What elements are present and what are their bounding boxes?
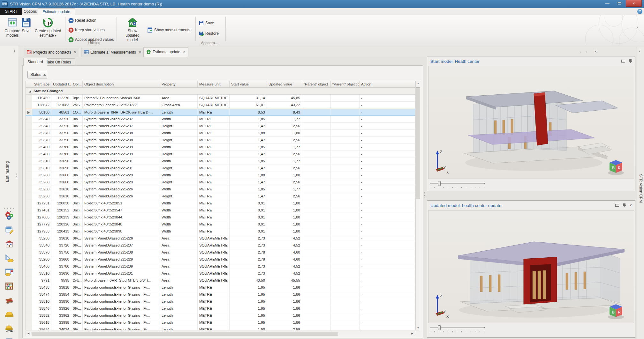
column-header-1[interactable]: Start label [32,81,51,88]
sidebar-item-documents[interactable] [5,338,14,339]
ribbon-collapse-button[interactable]: › [636,25,642,30]
orientation-cube-icon[interactable]: B R [607,303,625,320]
column-header-2[interactable]: Updated l... [51,81,71,88]
column-header-7[interactable]: Start value [230,81,267,88]
reset-action-button[interactable]: Reset action [68,17,96,24]
sidebar-group-estimating[interactable]: Estimating [5,161,10,182]
table-row[interactable]: 35280336600IV...System Panel:Glazed:2252… [26,179,415,186]
table-row[interactable]: 35340337200IV...System Panel:Glazed:2252… [26,116,415,123]
pin-icon[interactable] [623,203,626,207]
table-row[interactable]: 35618339980IV...Facciata continua:Exteri… [26,319,415,326]
maximize-button[interactable] [614,0,625,7]
restore-appearance-button[interactable]: Restore [199,30,219,37]
table-row[interactable]: 50180485611O...Muro di base:E_0HR_BRCK-o… [26,109,415,116]
scroll-up-icon[interactable]: ▲ [416,81,420,86]
table-row[interactable]: 1274311201523nci...Fixed:36" x 48":52354… [26,207,415,214]
vertical-scrollbar[interactable]: ▲ ▼ [415,81,420,330]
table-row[interactable]: 1276051202393nci...Fixed:36" x 48":52384… [26,214,415,221]
tab-close-icon[interactable]: × [183,50,186,54]
column-header-5[interactable]: Property [160,81,198,88]
slider-thumb[interactable] [438,181,441,186]
table-row[interactable]: 35370337500IV...System Panel:Glazed:2252… [26,249,415,256]
panel-expander-icon[interactable]: › [12,48,17,54]
table-row[interactable]: 35400337800IV...System Panel:Glazed:2252… [26,151,415,158]
pin-icon[interactable] [629,59,632,63]
table-row[interactable]: 35400337800IV...System Panel:Glazed:2252… [26,144,415,151]
panel-splitter-handle[interactable]: •••• [424,191,425,198]
table-row[interactable]: 35546339260IV...Facciata continua:Exteri… [26,305,415,312]
tab-strip-close-icon[interactable]: × [595,49,597,54]
scroll-right-icon[interactable]: ▶ [410,331,415,336]
sidebar-item-safety[interactable] [5,324,14,333]
maximize-panel-icon[interactable] [621,60,625,63]
group-expander-icon[interactable] [29,90,31,92]
close-panel-icon[interactable]: × [630,204,632,207]
column-header-6[interactable]: Measure unit [198,81,230,88]
table-row[interactable]: 35438338180IV...Facciata continua:Exteri… [26,284,415,291]
maximize-panel-icon[interactable] [615,204,619,207]
save-appearance-button[interactable]: Save [199,20,214,26]
sidebar-item-site[interactable] [5,310,14,319]
ribbon-tab-estimate-update[interactable]: Estimate update [38,8,75,15]
slider-thumb[interactable] [438,325,441,330]
keep-start-values-button[interactable]: M Keep start values [68,27,105,33]
start-model-zoom-slider[interactable] [430,180,494,190]
column-header-8[interactable]: Updated value [267,81,302,88]
sidebar-item-schedule[interactable] [5,268,14,276]
table-row[interactable]: 35230336100IV...System Panel:Glazed:2252… [26,193,415,200]
help-icon[interactable]: ? [637,9,642,14]
table-row[interactable]: 35510338900IV...Facciata continua:Exteri… [26,298,415,305]
minimize-button[interactable]: — [602,0,613,7]
table-row[interactable]: 1277791203263nci...Fixed:36" x 48":52384… [26,221,415,228]
tab-scroll-left-icon[interactable]: ‹ [580,49,581,54]
create-updated-estimate-button[interactable]: P Create updated estimate ▾ [33,16,63,41]
scroll-left-icon[interactable]: ◀ [26,331,31,336]
table-row[interactable]: 35310336900IV...System Panel:Glazed:2252… [26,158,415,165]
sidebar-item-projects[interactable] [5,240,14,248]
table-row[interactable]: 35654340340IV...Facciata continua:Exteri… [26,326,415,330]
updated-model-viewport[interactable]: Z Y X B R [428,210,634,323]
collapsed-panel-label[interactable]: STR Vision CPM [639,174,643,203]
group-by-status-button[interactable]: Status [27,71,47,78]
column-header-10[interactable]: "Parent" object d... [331,81,360,88]
table-row[interactable]: 35310336900IV...System Panel:Glazed:2252… [26,270,415,277]
subtab-standard[interactable]: Standard [23,58,47,66]
table-row[interactable]: 979195952vU...Muro di base:I_0HR_Stud-MT… [26,277,415,284]
scroll-down-icon[interactable]: ▼ [416,326,420,330]
updated-model-zoom-slider[interactable] [430,324,494,334]
sidebar-item-price-lists[interactable] [5,296,14,305]
table-row[interactable]: 35340337200IV...System Panel:Glazed:2252… [26,123,415,130]
tab-scroll-right-icon[interactable]: › [586,49,587,54]
column-header-9[interactable]: "Parent" object [302,81,331,88]
tab-close-icon[interactable]: × [74,50,76,55]
start-model-viewport[interactable]: Z Y X B R [428,66,634,179]
table-row[interactable]: 35280336600IV...System Panel:Glazed:2252… [26,172,415,179]
show-measurements-button[interactable]: Show measurements [148,27,190,33]
vertical-scroll-thumb[interactable] [416,87,420,199]
show-updated-model-button[interactable]: A Show updated model [121,16,144,41]
table-row[interactable]: 35370337500IV...System Panel:Glazed:2252… [26,130,415,137]
table-row[interactable]: 35474338540IV...Facciata continua:Exteri… [26,291,415,298]
close-button[interactable]: × [626,0,642,7]
sidebar-item-takeoff[interactable] [5,254,14,262]
table-row[interactable]: 1279531204133nci...Fixed:36" x 48":52389… [26,228,415,235]
tab-close-icon[interactable]: × [139,50,141,55]
table-row[interactable]: 35582339620IV...Facciata continua:Exteri… [26,312,415,319]
tab-projects-and-contracts[interactable]: Projects and contracts× [24,48,79,57]
sidebar-splitter-handle[interactable]: •••• [16,172,18,179]
horizontal-scroll-thumb[interactable] [32,332,338,335]
column-header-4[interactable]: Object description [83,81,160,88]
column-header-11[interactable]: Action [360,81,415,88]
table-row[interactable]: 1272311200383nci...Fixed:36" x 48":52285… [26,200,415,207]
tab-estimate-update[interactable]: Estimate update× [143,47,188,57]
table-row[interactable]: 35400337800IV...System Panel:Glazed:2252… [26,263,415,270]
table-row[interactable]: 35280336600IV...System Panel:Glazed:2252… [26,256,415,263]
table-row[interactable]: 1194691122760qx...Platea:6" Foundation S… [26,95,415,102]
table-row[interactable]: 35230336100IV...System Panel:Glazed:2252… [26,186,415,193]
horizontal-scrollbar[interactable]: ◀ ▶ [26,331,415,336]
group-row-status-changed[interactable]: Status: Changed [26,88,415,95]
column-header-3[interactable]: Obj... [71,81,83,88]
sidebar-item-tools[interactable] [5,211,14,220]
sidebar-item-accounting[interactable] [5,282,14,291]
table-row[interactable]: 35310336900IV...System Panel:Glazed:2252… [26,165,415,172]
